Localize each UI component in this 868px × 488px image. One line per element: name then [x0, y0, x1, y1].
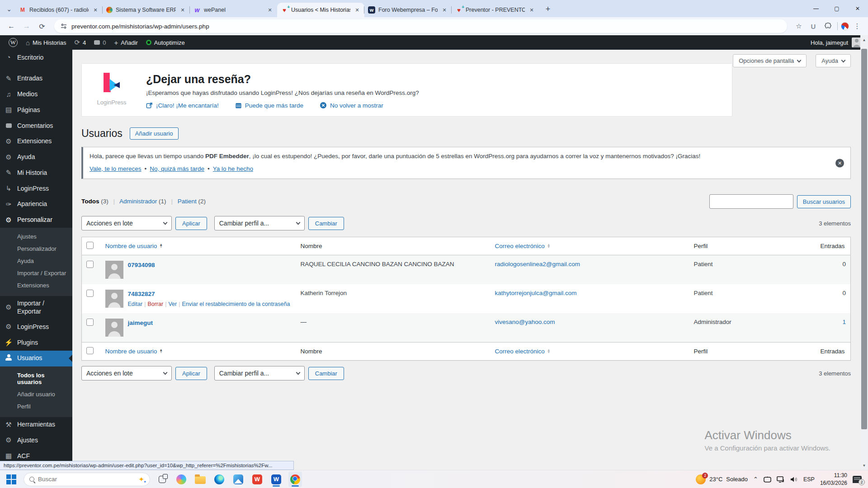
apply-button[interactable]: Aplicar [175, 217, 207, 230]
review-later-link[interactable]: Puede que más tarde [235, 102, 303, 109]
username-link[interactable]: jaimegut [128, 319, 153, 337]
posts-count-link[interactable]: 1 [842, 319, 846, 325]
submenu-item-extensiones[interactable]: Extensiones [0, 279, 72, 291]
tab-close-icon[interactable]: ✕ [266, 6, 274, 14]
notice-rate-link[interactable]: Vale, te lo mereces [90, 165, 142, 172]
sidebar-item-loginpress-2[interactable]: ⚙LoginPress [0, 319, 72, 335]
sidebar-item-paginas[interactable]: ▤Páginas [0, 102, 72, 118]
reload-button[interactable]: ⟳ [35, 19, 49, 33]
browser-tab-foro[interactable]: w Foro Webempresa – Foro Word ✕ [364, 3, 452, 17]
view-all-current[interactable]: Todos (3) [81, 198, 108, 205]
email-link[interactable]: radiologosenlinea2@gmail.com [495, 261, 580, 267]
autoptimize-menu[interactable]: Autoptimize [142, 35, 189, 50]
url-bar[interactable]: preventor.com.pe/mishistorias/wp-admin/u… [54, 19, 787, 33]
row-checkbox[interactable] [86, 319, 94, 326]
email-link[interactable]: kathytorrejonjulca@gmail.com [495, 290, 577, 296]
account-menu[interactable]: Hola, jaimegut [811, 38, 863, 47]
browser-tab-erp[interactable]: Sistema y Software ERP N°1 en ✕ [103, 3, 190, 17]
sidebar-item-plugins[interactable]: ⚡Plugins [0, 335, 72, 351]
add-user-button[interactable]: Añadir usuario [130, 127, 179, 140]
browser-tab-wepanel[interactable]: w wePanel ✕ [190, 3, 277, 17]
change-button[interactable]: Cambiar [308, 217, 344, 230]
sort-username-link[interactable]: Nombre de usuario▲▼ [105, 348, 163, 355]
chrome-button[interactable] [288, 472, 302, 487]
wp-logo-menu[interactable]: W [5, 35, 22, 50]
sidebar-item-herramientas[interactable]: ⚒Herramientas [0, 417, 72, 433]
scroll-up-arrow-icon[interactable]: ▲ [860, 36, 868, 43]
tab-close-icon[interactable]: ✕ [441, 6, 448, 14]
tab-search-chevron-icon[interactable]: ⌄ [3, 3, 15, 15]
sidebar-item-personalizar[interactable]: ⚙Personalizar [0, 212, 72, 228]
extension-u-icon[interactable]: U [807, 20, 820, 33]
row-checkbox[interactable] [86, 261, 94, 268]
word-button[interactable]: W [269, 472, 283, 487]
forward-button[interactable]: → [20, 19, 33, 33]
sidebar-item-comentarios[interactable]: Comentarios [0, 118, 72, 134]
clock-widget[interactable]: 11:30 16/03/2026 [820, 472, 847, 486]
sidebar-item-escritorio[interactable]: ◔Escritorio [0, 50, 72, 66]
sidebar-item-medios[interactable]: ♫Medios [0, 87, 72, 103]
edit-user-link[interactable]: Editar [128, 301, 143, 307]
delete-user-link[interactable]: Borrar [147, 301, 163, 307]
bookmark-star-icon[interactable]: ☆ [793, 20, 805, 33]
weather-widget[interactable]: 2 23°C Soleado [696, 474, 748, 484]
email-link[interactable]: vivesano@yahoo.com [495, 319, 555, 325]
extension-colored-icon[interactable] [841, 22, 849, 30]
review-never-link[interactable]: No volver a mostrar [320, 102, 383, 109]
username-link[interactable]: 07934098 [128, 261, 155, 279]
change-role-select[interactable]: Cambiar perfil a... [214, 366, 305, 380]
send-password-reset-link[interactable]: Enviar el restablecimiento de la contras… [182, 301, 290, 307]
view-administrador-link[interactable]: Administrador (1) [119, 198, 166, 205]
comments-menu[interactable]: 0 [90, 35, 110, 50]
tray-overflow-chevron-icon[interactable]: ⌃ [753, 476, 758, 483]
tab-close-icon[interactable]: ✕ [179, 6, 186, 14]
sidebar-item-extensiones[interactable]: ⚙Extensiones [0, 134, 72, 150]
notice-done-link[interactable]: Ya lo he hecho [213, 165, 253, 172]
sidebar-item-entradas[interactable]: ✎Entradas [0, 71, 72, 87]
notification-center-icon[interactable]: 2 [853, 476, 862, 483]
tab-close-icon[interactable]: ✕ [354, 6, 361, 14]
scroll-down-arrow-icon[interactable]: ▼ [860, 462, 868, 469]
review-yes-link[interactable]: ¡Claro! ¡Me encantaría! [146, 102, 219, 109]
sidebar-item-importar-exportar[interactable]: ⚙Importar / Exportar [0, 296, 72, 319]
submenu-item-importar-exportar[interactable]: Importar / Exportar [0, 267, 72, 279]
browser-tab-preventor[interactable]: ♥ Preventor - PREVENTOR - Ecog ✕ [452, 3, 539, 17]
select-all-checkbox[interactable] [86, 242, 94, 249]
sort-email-link[interactable]: Correo electrónico▲▼ [495, 348, 551, 355]
photos-button[interactable] [231, 472, 245, 487]
new-content-menu[interactable]: + Añadir [110, 35, 142, 50]
help-button[interactable]: Ayuda [816, 54, 851, 67]
submenu-item-ajustes[interactable]: Ajustes [0, 230, 72, 243]
notice-later-link[interactable]: No, quizá más tarde [150, 165, 204, 172]
submenu-item-todos-los-usuarios[interactable]: Todos los usuarios [0, 369, 72, 388]
submenu-item-personalizador[interactable]: Personalizador [0, 243, 72, 255]
search-users-input[interactable] [709, 194, 793, 209]
file-explorer-button[interactable] [193, 472, 207, 487]
window-maximize-button[interactable]: ▢ [826, 0, 847, 17]
select-all-checkbox[interactable] [86, 347, 94, 354]
view-patient-link[interactable]: Patient (2) [178, 198, 206, 205]
notice-dismiss-icon[interactable]: ✕ [835, 159, 844, 167]
submenu-item-ayuda[interactable]: Ayuda [0, 255, 72, 267]
copilot-button[interactable] [175, 472, 188, 487]
volume-tray-icon[interactable] [790, 476, 798, 483]
start-button[interactable] [5, 472, 18, 487]
sidebar-item-loginpress[interactable]: ↳LoginPress [0, 181, 72, 197]
network-tray-icon[interactable] [777, 476, 785, 483]
sidebar-item-apariencia[interactable]: ✑Apariencia [0, 197, 72, 212]
taskbar-search-box[interactable]: ✦ [24, 473, 150, 486]
browser-tab-gmail[interactable]: M Recibidos (607) - radiologosenli ✕ [15, 3, 103, 17]
change-role-select[interactable]: Cambiar perfil a... [214, 216, 305, 230]
username-link[interactable]: 74832827 [128, 290, 155, 297]
submenu-item-anadir-usuario[interactable]: Añadir usuario [0, 388, 72, 400]
browser-menu-kebab-icon[interactable]: ⋮ [851, 20, 863, 33]
sidebar-item-usuarios[interactable]: Usuarios [0, 351, 72, 366]
wps-button[interactable]: W [250, 472, 264, 487]
taskbar-search-input[interactable] [38, 476, 135, 483]
sidebar-item-ajustes[interactable]: ⚙Ajustes [0, 432, 72, 448]
window-close-button[interactable]: ✕ [847, 0, 868, 17]
language-indicator[interactable]: ESP [803, 476, 815, 483]
screen-options-button[interactable]: Opciones de pantalla [733, 54, 807, 67]
sidebar-item-ayuda[interactable]: ⚙Ayuda [0, 150, 72, 165]
submenu-item-perfil[interactable]: Perfil [0, 400, 72, 413]
